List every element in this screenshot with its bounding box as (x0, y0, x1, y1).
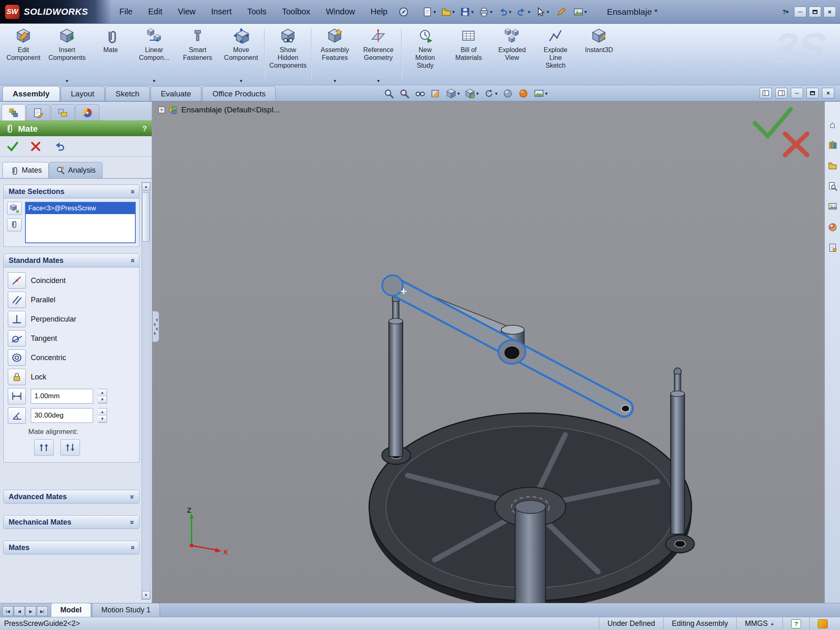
assembly-features-button[interactable]: Assembly Features ▾ (313, 24, 356, 85)
doc-restore-button[interactable] (806, 88, 819, 98)
tab-model[interactable]: Model (51, 603, 91, 617)
prev-tab-icon[interactable]: ◀ (14, 606, 25, 616)
spin-down-icon[interactable]: ▼ (98, 415, 107, 422)
mate-button[interactable]: Mate (89, 24, 132, 85)
tile-right-icon[interactable] (775, 88, 788, 98)
property-manager-tab[interactable] (26, 104, 50, 121)
menu-toolbox[interactable]: Toolbox (274, 0, 318, 23)
zoom-area-icon[interactable] (399, 87, 410, 100)
display-manager-tab[interactable] (75, 104, 99, 121)
tab-evaluate[interactable]: Evaluate (151, 86, 201, 101)
last-tab-icon[interactable]: ▶| (37, 606, 48, 616)
tile-left-icon[interactable] (760, 88, 772, 98)
instant3d-button[interactable]: Instant3D (577, 24, 621, 85)
realview-alert-icon[interactable] (518, 87, 529, 100)
appearances-scenes-icon[interactable] (826, 221, 839, 234)
redo-icon[interactable]: ▾ (515, 4, 532, 20)
menu-file[interactable]: File (112, 0, 140, 23)
configuration-manager-tab[interactable] (51, 104, 75, 121)
panel-help-icon[interactable]: ? (142, 124, 147, 133)
anti-aligned-button[interactable] (60, 439, 80, 456)
new-document-icon[interactable]: ▾ (421, 4, 437, 20)
quick-tips-toggle[interactable]: ? (783, 617, 809, 630)
open-document-icon[interactable]: ▾ (440, 4, 456, 20)
panel-splitter-handle[interactable] (153, 311, 159, 342)
minimize-button[interactable]: ─ (794, 7, 806, 17)
first-tab-icon[interactable]: |◀ (2, 606, 13, 616)
ok-check-icon[interactable] (7, 140, 19, 153)
tab-motion-study-1[interactable]: Motion Study 1 (92, 603, 160, 617)
undo-icon[interactable] (52, 140, 65, 153)
doc-close-button[interactable]: × (822, 88, 834, 98)
linear-component-button[interactable]: Linear Compon... ▾ (132, 24, 176, 85)
custom-properties-icon[interactable] (826, 241, 839, 254)
units-selector[interactable]: MMGS ▲ (736, 617, 783, 630)
mate-option-tangent[interactable]: Tangent (8, 330, 135, 347)
edit-component-button[interactable]: Edit Component (2, 24, 45, 85)
smart-fasteners-button[interactable]: Smart Fasteners (176, 24, 219, 85)
angle-input[interactable] (31, 408, 93, 423)
bill-of-materials-button[interactable]: Bill of Materials (447, 24, 490, 85)
hide-show-items-icon[interactable] (415, 87, 425, 100)
assembly-3d-model[interactable]: Z X (153, 102, 824, 603)
undo-icon[interactable]: ▾ (496, 4, 513, 20)
display-style-icon[interactable]: ▾ (465, 87, 479, 100)
new-motion-study-button[interactable]: New Motion Study (403, 24, 447, 85)
reference-geometry-button[interactable]: Reference Geometry ▾ (356, 24, 400, 85)
mate-option-concentric[interactable]: Concentric (8, 349, 135, 366)
rotate-view-icon[interactable]: ▾ (484, 87, 498, 100)
tab-analysis[interactable]: Analysis (49, 162, 103, 178)
scrollbar-thumb[interactable] (142, 192, 150, 242)
multiple-mate-icon[interactable] (7, 218, 22, 231)
mate-option-lock[interactable]: Lock (8, 369, 135, 385)
file-explorer-icon[interactable] (826, 159, 839, 172)
explode-line-sketch-button[interactable]: Explode Line Sketch (534, 24, 577, 85)
tab-sketch[interactable]: Sketch (105, 86, 150, 101)
next-tab-icon[interactable]: ▶ (25, 606, 36, 616)
menu-window[interactable]: Window (318, 0, 363, 23)
section-view-icon[interactable] (430, 87, 441, 100)
cancel-x-icon[interactable] (30, 140, 42, 153)
tab-mates[interactable]: Mates (2, 162, 49, 178)
spin-down-icon[interactable]: ▼ (98, 396, 107, 403)
mate-selections-header[interactable]: Mate Selections » (3, 185, 139, 199)
zoom-fit-icon[interactable] (383, 87, 394, 100)
close-button[interactable]: × (824, 7, 836, 17)
select-cursor-icon[interactable]: ▾ (534, 4, 550, 20)
appearance-sphere-icon[interactable] (502, 87, 513, 100)
insert-components-button[interactable]: Insert Components ▾ (45, 24, 89, 85)
mate-option-parallel[interactable]: Parallel (8, 292, 135, 308)
spin-up-icon[interactable]: ▲ (98, 409, 107, 415)
mates-list-header[interactable]: Mates » (3, 541, 139, 555)
scroll-up-icon[interactable]: ▲ (142, 183, 150, 191)
menu-help[interactable]: Help (363, 0, 395, 23)
scroll-down-icon[interactable]: ▼ (142, 591, 150, 599)
feature-manager-tab[interactable] (2, 104, 25, 121)
assembly-root-label[interactable]: Ensamblaje (Default<Displ... (181, 105, 280, 114)
menu-tools[interactable]: Tools (240, 0, 274, 23)
view-orientation-icon[interactable]: ▾ (446, 87, 460, 100)
menu-insert[interactable]: Insert (203, 0, 240, 23)
tag-status[interactable] (809, 617, 836, 630)
tab-layout[interactable]: Layout (61, 86, 105, 101)
tab-office-products[interactable]: Office Products (202, 86, 276, 101)
doc-minimize-button[interactable]: ─ (791, 88, 803, 98)
design-library-icon[interactable] (826, 139, 839, 152)
edit-scene-icon[interactable]: ▾ (534, 87, 548, 100)
restore-button[interactable] (809, 7, 821, 17)
tab-assembly[interactable]: Assembly (2, 86, 60, 101)
search-pane-icon[interactable] (826, 180, 839, 193)
standard-mates-header[interactable]: Standard Mates » (3, 253, 139, 267)
help-icon[interactable]: ?▾ (779, 7, 792, 17)
sketch-pencil-icon[interactable] (553, 4, 569, 20)
show-hidden-components-button[interactable]: Show Hidden Components (266, 24, 310, 85)
aligned-button[interactable] (34, 439, 54, 456)
mate-selection-listbox[interactable]: Face<3>@PressScrew (25, 202, 136, 243)
angle-spinner[interactable]: ▲ ▼ (98, 408, 107, 423)
graphics-viewport[interactable]: Z X + Ensamblaje (Default<Displ... (153, 102, 824, 603)
move-component-button[interactable]: Move Component ▾ (219, 24, 263, 85)
search-compass-icon[interactable] (395, 4, 412, 20)
image-tools-icon[interactable]: ▾ (572, 4, 588, 20)
flyout-feature-tree[interactable]: + Ensamblaje (Default<Displ... (158, 105, 280, 115)
mechanical-mates-header[interactable]: Mechanical Mates » (3, 515, 139, 529)
